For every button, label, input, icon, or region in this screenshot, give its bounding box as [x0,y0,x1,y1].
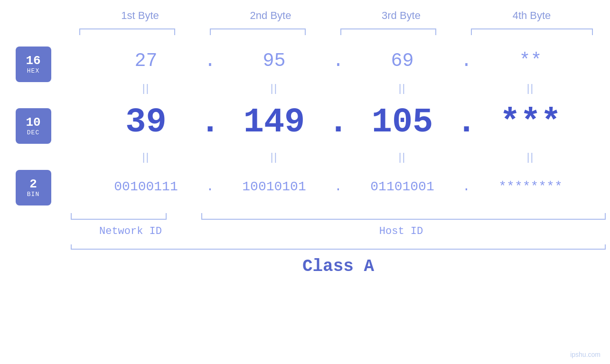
byte-label-4: 4th Byte [479,9,584,22]
eq-1-4: || [527,82,534,94]
hex-badge-num: 16 [26,54,40,68]
top-brackets [75,27,597,39]
bin-badge-label: BIN [27,191,39,198]
bin-val-3: 01101001 [370,179,434,194]
hex-val-3: 69 [391,50,413,72]
dec-val-3: 105 [372,103,433,142]
bin-val-2: 10010101 [242,179,306,194]
byte-label-1: 1st Byte [88,9,192,22]
bin-dot-1: . [206,179,214,194]
hex-badge: 16 HEX [16,47,51,82]
class-label: Class A [66,257,610,276]
byte-label-2: 2nd Byte [218,9,323,22]
dec-badge-num: 10 [26,116,40,130]
class-bracket [66,242,610,253]
bin-val-4: ******** [498,179,562,194]
dec-val-4: *** [500,103,562,142]
hex-val-2: 95 [263,50,285,72]
eq-2-2: || [271,151,278,163]
eq-1-3: || [399,82,406,94]
eq-1-1: || [142,82,150,94]
byte-label-3: 3rd Byte [349,9,453,22]
hex-val-4: ** [519,50,542,72]
equals-row-2: || || || || [66,149,610,165]
eq-2-3: || [399,151,406,163]
bin-val-1: 00100111 [114,179,178,194]
hex-val-1: 27 [134,50,157,72]
dec-dot-2: . [328,103,348,142]
eq-1-2: || [271,82,278,94]
bin-row: 00100111 . 10010101 . 01101001 . *******… [66,165,610,208]
dec-badge: 10 DEC [16,108,51,144]
bin-dot-3: . [462,179,470,194]
host-id-label: Host ID [218,225,584,237]
content-rows: 27 . 95 . 69 . ** || || || || 39 [66,42,610,253]
equals-row-1: || || || || [66,80,610,96]
hex-row: 27 . 95 . 69 . ** [66,42,610,80]
badge-column: 16 HEX 10 DEC 2 BIN [0,42,66,253]
bin-badge: 2 BIN [16,170,51,205]
dec-val-1: 39 [125,103,166,142]
byte-labels-row: 1st Byte 2nd Byte 3rd Byte 4th Byte [75,9,597,22]
dec-row: 39 . 149 . 105 . *** [66,96,610,149]
bin-badge-num: 2 [29,177,37,191]
hex-dot-1: . [204,50,216,72]
bin-dot-2: . [334,179,342,194]
dec-dot-3: . [456,103,477,142]
dec-val-2: 149 [244,103,305,142]
id-labels: Network ID Host ID [66,225,610,237]
network-id-label: Network ID [66,225,195,237]
eq-2-1: || [142,151,150,163]
eq-2-4: || [527,151,534,163]
hex-dot-3: . [460,50,472,72]
hex-badge-label: HEX [27,67,39,75]
dec-badge-label: DEC [27,129,39,136]
dec-dot-1: . [200,103,220,142]
bottom-brackets [66,211,610,224]
hex-dot-2: . [332,50,344,72]
main-container: 1st Byte 2nd Byte 3rd Byte 4th Byte 16 H… [0,0,610,364]
watermark: ipshu.com [570,351,601,358]
